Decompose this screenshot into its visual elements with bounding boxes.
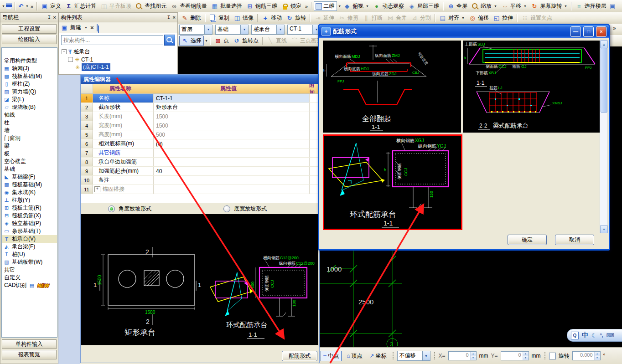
navitem-sump-pit[interactable]: ◉集水坑(K) — [2, 189, 57, 196]
vertex-snap-button[interactable]: ⌂顶点 — [344, 351, 364, 361]
delete-component-icon[interactable]: × — [90, 24, 94, 31]
property-row-length[interactable]: 3长度(mm)1500 — [81, 112, 319, 121]
navitem-shear-wall[interactable]: ▨剪力墙(Q) — [2, 88, 57, 96]
option-beam-style-panel[interactable]: 上部筋 SBJ 侧面筋 CCJ 箍筋 GJ FPJ 下部筋 XBJ — [463, 41, 601, 133]
mirror-button[interactable]: ◫镜像 — [232, 13, 255, 23]
element-combobox[interactable]: CT-1▼ — [287, 25, 321, 35]
chevron-down-icon[interactable]: ▼ — [204, 25, 212, 34]
offset-mode-combobox[interactable]: 不偏移▼ — [397, 351, 430, 361]
rebar-form-button[interactable]: 配筋形式 — [282, 351, 317, 361]
toolbar-overflow-icon[interactable]: » — [29, 4, 35, 9]
batch-select-button[interactable]: ▦批量选择 — [209, 1, 244, 11]
tree-node-pile-cap[interactable]: − Ŧ 桩承台 — [62, 48, 175, 56]
cube-icon[interactable]: ▣ — [609, 3, 616, 10]
new-dropdown-icon[interactable]: ▼ — [84, 26, 88, 29]
navitem-raft-foundation[interactable]: ▩筏板基础(M) — [2, 72, 57, 80]
property-row-other-rebar[interactable]: 7其它钢筋 — [81, 149, 319, 158]
point-tool-button[interactable]: ⊠点 — [213, 36, 231, 46]
pin-icon[interactable]: ↧ — [166, 15, 171, 21]
dialog-titlebar[interactable]: + 配筋形式 — □ × — [319, 25, 609, 38]
navitem-column-pier[interactable]: ⊥柱墩(Y) — [2, 196, 57, 204]
property-row-height[interactable]: 5高度(mm)500 — [81, 130, 319, 139]
search-input[interactable] — [61, 35, 163, 45]
punctuation-icon[interactable]: °, — [600, 333, 603, 338]
navitem-raft-foundation-2[interactable]: ▩筏板基础(M) — [2, 181, 57, 189]
coordinate-button[interactable]: ↗坐标 — [367, 351, 389, 361]
stretch-button[interactable]: ◱拉伸 — [491, 13, 515, 23]
scrollbar-thumb[interactable] — [601, 48, 607, 113]
find-element-button[interactable]: 查找图元 — [134, 1, 168, 11]
select-floor-button[interactable]: ≡选择楼层 — [574, 1, 608, 11]
toolbar-overflow-icon-2[interactable]: » — [304, 4, 309, 9]
report-preview-button[interactable]: 报表预览 — [2, 350, 57, 359]
collapse-icon[interactable]: − — [62, 49, 67, 54]
offset-button[interactable]: ◎偏移 — [467, 13, 491, 23]
align-button[interactable]: ▤对齐▼ — [437, 13, 466, 23]
halfwidth-moon-icon[interactable]: ☾ — [591, 332, 597, 339]
screen-rotate-button[interactable]: ↻屏幕旋转▼ — [529, 1, 569, 11]
bottom-width-slope-radio[interactable] — [223, 205, 230, 212]
navitem-frame-column[interactable]: ▯框柱(Z) — [2, 80, 57, 88]
navgroup-custom[interactable]: 自定义 — [2, 274, 57, 282]
rotate-point-tool-button[interactable]: ↺旋转点 — [231, 36, 260, 46]
keyboard-icon[interactable]: ⌨ — [606, 332, 614, 338]
navgroup-axis[interactable]: 轴线 — [2, 111, 57, 119]
navgroup-foundation[interactable]: 基础 — [2, 165, 57, 173]
selected-tree-label[interactable]: (底)CT-1-1 — [82, 63, 110, 71]
view-2d-button[interactable]: 二维 — [314, 1, 337, 11]
floor-combobox[interactable]: 首层▼ — [179, 25, 213, 35]
navitem-raft-main-rebar[interactable]: ⊞筏板主筋(R) — [2, 204, 57, 212]
navitem-cap-beam[interactable]: ◭承台梁(F) — [2, 243, 57, 251]
navitem-raft-negative-rebar[interactable]: ⊟筏板负筋(X) — [2, 212, 57, 220]
close-button[interactable]: × — [596, 26, 606, 37]
property-row-anchor[interactable]: 11+锚固搭接 — [81, 185, 319, 194]
property-row-shape[interactable]: 2截面形状矩形承台 — [81, 103, 319, 112]
property-row-edge-rebar[interactable]: 8承台单边加强筋 — [81, 158, 319, 167]
property-row-bottom-elevation[interactable]: 6相对底标高(m)(0) — [81, 139, 319, 149]
view-rebar-qty-button[interactable]: ∞查看钢筋量 — [169, 1, 209, 11]
property-row-name[interactable]: 1名称CT-1-1 — [81, 94, 319, 103]
navitem-pile[interactable]: ⊺桩(U) — [2, 251, 57, 258]
rotate-checkbox[interactable] — [549, 353, 556, 359]
select-tool-button[interactable]: ↖选择 — [179, 36, 204, 46]
navitem-pile-cap[interactable]: Ŧ桩承台(V) — [2, 235, 57, 243]
navitem-beam[interactable]: ◪梁(L) — [2, 96, 57, 103]
undo-dropdown-icon[interactable]: ▼ — [26, 5, 29, 8]
summary-calc-button[interactable]: Σ汇总计算 — [63, 1, 98, 11]
cancel-button[interactable]: 取消 — [555, 235, 594, 245]
new-component-button[interactable]: 新建 — [70, 24, 81, 31]
single-component-input-button[interactable]: 单构件输入 — [2, 339, 57, 349]
scroll-down-icon[interactable]: ▼ — [600, 225, 608, 233]
fullscreen-button[interactable]: ⊕全屏 — [446, 1, 469, 11]
rotate-button[interactable]: ↻旋转 — [284, 13, 308, 23]
navitem-axis-grid[interactable]: ▦轴网(J) — [2, 65, 57, 72]
property-row-width[interactable]: 4宽度(mm)1500 — [81, 121, 319, 130]
navitem-cad-recognition[interactable]: CAD识别▤NEW — [2, 282, 57, 289]
search-button[interactable] — [164, 35, 175, 46]
view-2d-dropdown-icon[interactable]: ▼ — [338, 5, 341, 8]
project-settings-button[interactable]: 工程设置 — [2, 24, 57, 34]
property-row-rebar-start[interactable]: 9加强筋起步(mm)40 — [81, 167, 319, 176]
draw-input-button[interactable]: 绘图输入 — [2, 35, 57, 44]
navgroup-column[interactable]: 柱 — [2, 119, 57, 127]
navgroup-hollow-floor[interactable]: 空心楼盖 — [2, 158, 57, 165]
copy-component-icon[interactable] — [97, 25, 99, 31]
move-button[interactable]: +移动 — [260, 13, 284, 23]
navgroup-slab[interactable]: 板 — [2, 150, 57, 158]
property-row-remark[interactable]: 10备注 — [81, 176, 319, 185]
navitem-cast-slab[interactable]: ▱现浇板(B) — [2, 103, 57, 111]
ime-mode[interactable]: 中 — [582, 331, 588, 339]
select-dropdown-icon[interactable]: ▼ — [205, 39, 208, 42]
define-button[interactable]: ▣定义 — [39, 1, 63, 11]
dialog-scrollbar[interactable]: ▲ ▼ — [600, 40, 607, 233]
navitem-independent-foundation[interactable]: ◈独立基础(P) — [2, 220, 57, 227]
navgroup-other[interactable]: 其它 — [2, 266, 57, 274]
pan-button[interactable]: ⇔平移▼ — [499, 1, 529, 11]
undo-icon[interactable]: ↶ — [17, 3, 25, 10]
ime-logo-icon[interactable]: Q — [571, 332, 579, 339]
y-input[interactable]: 0▲▼ — [501, 351, 529, 360]
midpoint-snap-button[interactable]: ╌中点 — [321, 351, 342, 361]
navitem-foundation-beam[interactable]: ◣基础梁(F) — [2, 173, 57, 181]
toolbar-dropdown-icon[interactable]: ▼ — [2, 5, 5, 8]
property-editor-titlebar[interactable]: 属性编辑器 — [81, 75, 319, 84]
